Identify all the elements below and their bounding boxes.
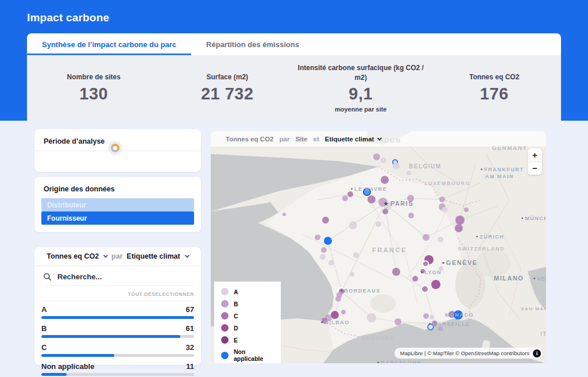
origin-option[interactable]: Fournisseur xyxy=(41,211,194,225)
legend-label: Non applicable xyxy=(234,348,274,362)
search-row xyxy=(34,266,201,283)
dimension-select[interactable]: Etiquette climat xyxy=(127,252,180,260)
legend-label: B xyxy=(234,301,238,307)
legend-item: B xyxy=(221,300,274,307)
chevron-down-icon xyxy=(103,253,108,257)
legend-item: Non applicable xyxy=(221,348,274,362)
stat-value: 21 732 xyxy=(201,84,254,103)
connector-label: par xyxy=(111,252,122,260)
info-icon[interactable]: i xyxy=(533,349,541,357)
map-legend: A B C D E Non applicable xyxy=(214,282,281,363)
filter-row[interactable]: Non applicable 11 xyxy=(41,362,194,376)
stat-value: 130 xyxy=(79,84,108,103)
stat-block: Intensité carbone surfacique (kg CO2 / m… xyxy=(294,55,428,121)
chevron-down-icon xyxy=(184,253,189,257)
legend-dot-icon xyxy=(221,324,229,332)
origin-option[interactable]: Distributeur xyxy=(41,198,194,211)
map-canvas[interactable]: ★LONDONBELGIUMLUXEMBOURGGERMANY•FRANKFUR… xyxy=(211,131,546,363)
tab-bar: Synthèse de l’impact carbone du parcRépa… xyxy=(27,33,561,55)
filter-row-value: 67 xyxy=(186,305,194,314)
search-input[interactable] xyxy=(56,272,192,282)
tab-inactive[interactable]: Répartition des émissions xyxy=(191,33,314,55)
origin-card-title: Origine des données xyxy=(34,177,201,193)
legend-item: D xyxy=(221,324,274,332)
attribution-text[interactable]: MapLibre | © MapTiler © OpenStreetMap co… xyxy=(400,350,529,356)
header: Impact carbone Synthèse de l’impact carb… xyxy=(0,0,588,121)
stat-block: Nombre de sites 130 xyxy=(27,55,161,121)
stat-sublabel: moyenne par site xyxy=(335,106,386,113)
chevron-down-icon xyxy=(377,136,382,140)
map-dimension-select[interactable]: Etiquette climat xyxy=(325,136,382,143)
map-metric-label: Tonnes eq CO2 xyxy=(226,136,274,143)
legend-item: C xyxy=(221,312,274,320)
stat-value: 176 xyxy=(480,84,509,103)
map-site-label: Site xyxy=(295,136,307,143)
search-icon xyxy=(44,273,51,280)
origin-card: Origine des données DistributeurFourniss… xyxy=(34,177,201,232)
stat-block: Surface (m2) 21 732 xyxy=(161,55,295,121)
filter-bar-fill xyxy=(41,335,180,338)
map-toolbar: Tonnes eq CO2 par Site et Etiquette clim… xyxy=(211,131,546,147)
legend-dot-icon xyxy=(221,336,229,344)
legend-item: A xyxy=(221,288,274,295)
filter-bar-track xyxy=(41,316,194,319)
page-title: Impact carbone xyxy=(27,11,109,24)
filter-bar-fill xyxy=(41,316,194,319)
filter-card: Tonnes eq CO2 par Etiquette climat TOUT … xyxy=(34,247,201,365)
filter-row-label: Non applicable xyxy=(41,362,94,371)
filter-row-value: 61 xyxy=(186,324,194,333)
zoom-in-button[interactable]: + xyxy=(528,148,542,162)
legend-label: D xyxy=(234,325,238,332)
deselect-all-button[interactable]: TOUT DÉSELECTIONNER xyxy=(128,291,194,297)
legend-dot-icon xyxy=(221,352,229,359)
stat-label: Surface (m2) xyxy=(206,72,248,82)
legend-dot-icon xyxy=(221,312,229,320)
legend-label: E xyxy=(234,337,238,344)
origin-options: DistributeurFournisseur xyxy=(41,198,194,225)
filter-row[interactable]: C 32 xyxy=(41,343,194,357)
legend-item: E xyxy=(221,336,274,344)
map-par-label: par xyxy=(280,136,290,143)
filter-row-label: A xyxy=(41,305,47,314)
filter-row[interactable]: B 61 xyxy=(41,324,194,338)
legend-label: A xyxy=(234,288,238,295)
filter-rows: A 67 B 61 C 32 Non applicable 11 xyxy=(34,301,201,376)
deselect-all-row: TOUT DÉSELECTIONNER xyxy=(44,285,194,301)
filter-row-value: 11 xyxy=(186,362,194,371)
stats-bar: Nombre de sites 130 Surface (m2) 21 732 … xyxy=(27,55,561,121)
filter-bar-track xyxy=(41,354,194,357)
filter-row-value: 32 xyxy=(186,343,194,352)
filter-bar-fill xyxy=(41,373,67,376)
legend-dot-icon xyxy=(221,288,229,295)
filter-row-label: B xyxy=(41,324,47,333)
filter-card-header: Tonnes eq CO2 par Etiquette climat xyxy=(34,247,201,266)
stat-label: Tonnes eq CO2 xyxy=(469,72,519,82)
map-zoom-control: + − xyxy=(528,148,542,175)
stat-label: Intensité carbone surfacique (kg CO2 / m… xyxy=(294,63,428,82)
legend-dot-icon xyxy=(221,300,229,307)
filter-bar-fill xyxy=(41,354,114,357)
filter-bar-track xyxy=(41,335,194,338)
tab-active[interactable]: Synthèse de l’impact carbone du parc xyxy=(27,33,191,55)
stat-block: Tonnes eq CO2 176 xyxy=(428,55,562,121)
map-et-label: et xyxy=(314,136,319,143)
period-card: Période d’analyse xyxy=(34,129,201,172)
legend-label: C xyxy=(234,313,238,320)
stat-value: 9,1 xyxy=(349,84,373,103)
filter-row-label: C xyxy=(41,343,47,352)
metric-select[interactable]: Tonnes eq CO2 xyxy=(47,252,99,260)
zoom-out-button[interactable]: − xyxy=(528,162,542,175)
period-card-title: Période d’analyse xyxy=(34,129,201,145)
stat-label: Nombre de sites xyxy=(67,72,121,82)
filter-row[interactable]: A 67 xyxy=(41,305,194,319)
loading-spinner-icon xyxy=(111,144,119,152)
map-attribution: MapLibre | © MapTiler © OpenStreetMap co… xyxy=(394,348,543,359)
filter-bar-track xyxy=(41,373,194,376)
impact-carbone-dashboard: Impact carbone Synthèse de l’impact carb… xyxy=(0,0,588,377)
